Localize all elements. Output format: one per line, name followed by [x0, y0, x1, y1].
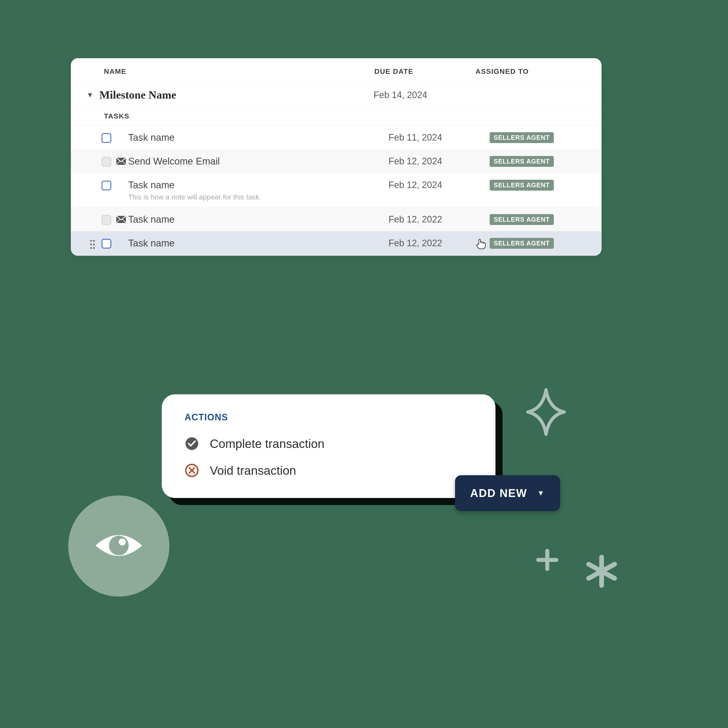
task-name: Send Welcome Email — [128, 156, 388, 167]
chevron-down-icon: ▼ — [537, 489, 545, 497]
eye-icon — [90, 517, 148, 575]
action-label: Complete transaction — [210, 437, 324, 451]
task-name: Task name — [128, 132, 388, 143]
column-header-name[interactable]: NAME — [86, 67, 375, 76]
actions-heading: ACTIONS — [185, 412, 473, 423]
assignee-badge[interactable]: SELLERS AGENT — [489, 180, 554, 191]
task-row[interactable]: Send Welcome EmailFeb 12, 2024SELLERS AG… — [71, 149, 601, 173]
tasks-subheading: TASKS — [71, 107, 601, 125]
tasks-header-row: NAME DUE DATE ASSIGNED TO — [71, 58, 601, 83]
email-icon — [114, 214, 128, 223]
svg-point-6 — [90, 247, 92, 249]
assignee-badge[interactable]: SELLERS AGENT — [489, 156, 554, 167]
task-due-date: Feb 12, 2024 — [388, 156, 489, 167]
sparkle-icon — [526, 387, 566, 438]
task-checkbox[interactable] — [102, 215, 111, 225]
svg-point-7 — [93, 247, 95, 249]
asterisk-icon — [584, 554, 619, 590]
assignee-badge[interactable]: SELLERS AGENT — [489, 214, 554, 225]
task-row[interactable]: Task nameThis is how a note will appear … — [71, 173, 601, 208]
chevron-down-icon[interactable]: ▼ — [86, 91, 94, 99]
tasks-panel: NAME DUE DATE ASSIGNED TO ▼ Milestone Na… — [71, 58, 602, 256]
drag-handle-icon[interactable] — [86, 237, 99, 249]
assignee-badge[interactable]: SELLERS AGENT — [489, 132, 554, 143]
svg-point-2 — [90, 240, 92, 242]
milestone-name: Milestone Name — [99, 89, 373, 101]
eye-badge — [68, 496, 169, 596]
actions-card: ACTIONS Complete transactionVoid transac… — [162, 394, 496, 498]
task-checkbox[interactable] — [102, 181, 111, 190]
svg-point-10 — [109, 535, 128, 555]
email-icon — [114, 156, 128, 165]
action-label: Void transaction — [210, 463, 296, 477]
plus-icon — [536, 549, 559, 572]
svg-point-11 — [119, 538, 126, 546]
task-due-date: Feb 12, 2022 — [388, 214, 489, 225]
task-checkbox[interactable] — [102, 239, 111, 248]
task-row[interactable]: Task nameFeb 11, 2024SELLERS AGENT — [71, 125, 601, 149]
pointer-cursor-icon — [476, 238, 486, 251]
milestone-row[interactable]: ▼ Milestone Name Feb 14, 2024 — [71, 83, 601, 107]
task-note: This is how a note will appear for this … — [128, 193, 388, 201]
milestone-due-date: Feb 14, 2024 — [373, 90, 427, 100]
assignee-badge[interactable]: SELLERS AGENT — [489, 238, 554, 249]
task-name: Task name — [128, 238, 388, 249]
task-name: Task name — [128, 214, 388, 225]
task-name: Task name — [128, 180, 388, 191]
task-checkbox[interactable] — [102, 157, 111, 167]
x-circle-icon — [185, 463, 199, 478]
svg-point-4 — [90, 244, 92, 245]
task-checkbox[interactable] — [102, 133, 111, 143]
add-new-button[interactable]: ADD NEW ▼ — [455, 475, 560, 511]
column-header-due[interactable]: DUE DATE — [375, 67, 476, 76]
check-circle-icon — [185, 436, 199, 451]
void-transaction-action[interactable]: Void transaction — [185, 463, 473, 478]
task-due-date: Feb 12, 2022 — [388, 237, 489, 248]
complete-transaction-action[interactable]: Complete transaction — [185, 436, 473, 451]
task-row[interactable]: Task nameFeb 12, 2022SELLERS AGENT — [71, 231, 601, 255]
column-header-assigned[interactable]: ASSIGNED TO — [476, 67, 586, 76]
task-due-date: Feb 12, 2024 — [388, 179, 489, 190]
svg-point-5 — [93, 244, 95, 245]
task-row[interactable]: Task nameFeb 12, 2022SELLERS AGENT — [71, 208, 601, 231]
task-due-date: Feb 11, 2024 — [388, 132, 489, 143]
add-new-label: ADD NEW — [470, 487, 527, 500]
svg-point-3 — [93, 240, 95, 242]
